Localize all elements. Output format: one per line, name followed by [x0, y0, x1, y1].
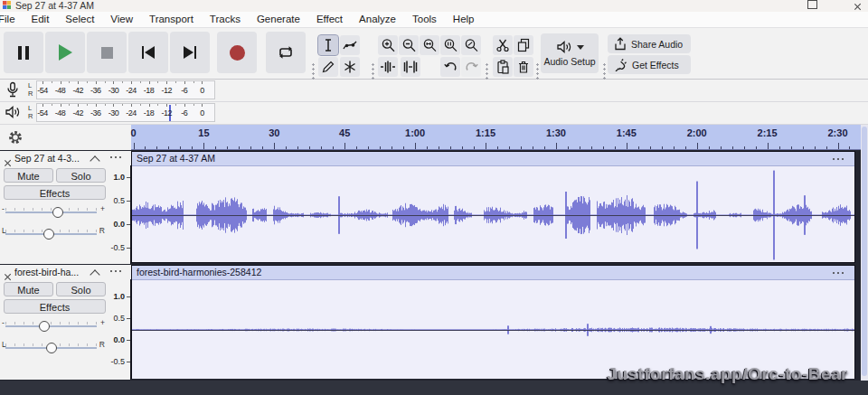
skip-to-start-button[interactable]	[128, 32, 168, 73]
get-effects-button[interactable]: Get Effects	[608, 55, 691, 74]
gain-slider[interactable]	[5, 325, 97, 327]
amplitude-label: 1.0	[113, 173, 125, 182]
playback-meter[interactable]: L R -54-48-42-36-30-24-18-12-60	[0, 102, 868, 125]
multi-tool-button[interactable]	[340, 57, 360, 77]
share-audio-label: Share Audio	[631, 39, 683, 50]
track-close-button[interactable]	[4, 155, 13, 164]
meter-minor-tick	[52, 81, 52, 83]
menu-item-file[interactable]: File	[0, 12, 24, 27]
record-button[interactable]	[217, 32, 257, 73]
close-icon	[854, 3, 862, 11]
timeline-ruler[interactable]: 01530451:001:151:301:452:002:152:30	[131, 125, 861, 150]
pan-slider-row: L R	[0, 225, 106, 241]
clip-menu-button[interactable]	[833, 271, 845, 275]
mute-button[interactable]: Mute	[4, 168, 53, 183]
play-button[interactable]	[45, 32, 85, 73]
meter-minor-tick	[175, 104, 176, 106]
pan-knob[interactable]	[43, 229, 54, 240]
menu-item-edit[interactable]: Edit	[24, 12, 58, 27]
timeline-minor-tick	[826, 146, 827, 149]
delete-button[interactable]	[514, 57, 533, 77]
amplitude-tick	[127, 318, 130, 319]
gain-knob[interactable]	[39, 321, 50, 332]
meter-tick	[131, 104, 132, 107]
track-name[interactable]: Sep 27 at 4-3...	[14, 153, 80, 164]
skip-to-end-button[interactable]	[170, 32, 210, 73]
pan-knob[interactable]	[46, 343, 57, 353]
timeline-minor-tick	[262, 146, 263, 149]
stop-button[interactable]	[87, 32, 127, 73]
recording-meter[interactable]: L R -54-48-42-36-30-24-18-12-60	[0, 80, 868, 102]
timeline-major-tick	[274, 143, 275, 149]
fit-project-button[interactable]	[440, 35, 460, 55]
zoom-selection-button[interactable]	[420, 35, 439, 55]
share-audio-button[interactable]: Share Audio	[608, 34, 691, 53]
menu-item-generate[interactable]: Generate	[249, 12, 308, 27]
gain-slider[interactable]	[5, 212, 97, 213]
timeline-minor-tick	[509, 146, 510, 149]
meter-tick	[184, 104, 185, 107]
pause-button[interactable]	[4, 32, 43, 73]
speaker-icon	[5, 104, 22, 120]
collapse-icon[interactable]	[90, 269, 99, 279]
paste-button[interactable]	[493, 57, 513, 77]
zoom-toggle-button[interactable]	[461, 35, 481, 55]
silence-audio-button[interactable]	[401, 57, 420, 77]
selection-tool-button[interactable]	[318, 35, 338, 55]
track-menu-button[interactable]	[110, 155, 123, 159]
meter-scale-number: -12	[161, 86, 172, 95]
clip-header[interactable]: forest-bird-harmonies-258412	[132, 266, 854, 280]
redo-icon	[464, 60, 479, 74]
zoom-in-button[interactable]	[378, 35, 398, 55]
vertical-scale-ruler[interactable]: 1.00.50.0-0.5-1.0	[106, 165, 131, 264]
maximize-button[interactable]	[807, 0, 817, 9]
record-meter-scale[interactable]: -54-48-42-36-30-24-18-12-60	[36, 80, 215, 99]
menu-item-tools[interactable]: Tools	[404, 12, 445, 27]
timeline-options-gear-icon[interactable]	[7, 129, 24, 146]
trim-audio-button[interactable]	[378, 57, 398, 77]
menu-item-effect[interactable]: Effect	[308, 12, 351, 27]
timeline-minor-tick	[744, 146, 745, 149]
zoom-out-button[interactable]	[399, 35, 419, 55]
effects-button[interactable]: Effects	[4, 299, 106, 314]
mute-button[interactable]: Mute	[4, 282, 53, 296]
timeline-minor-tick	[544, 146, 545, 149]
main-toolbar: Audio Setup Share Audio Get Effects	[0, 28, 868, 80]
amplitude-tick	[127, 296, 130, 297]
effects-button[interactable]: Effects	[4, 185, 106, 200]
track-close-button[interactable]	[4, 268, 13, 277]
watermark-text: Justforfans.app/Orc-to-Bear	[607, 364, 848, 384]
pan-slider[interactable]	[5, 347, 97, 349]
redo-button[interactable]	[461, 57, 481, 77]
gain-knob[interactable]	[52, 207, 63, 218]
envelope-tool-button[interactable]	[340, 35, 360, 55]
timeline-minor-tick	[356, 146, 357, 149]
audio-setup-button[interactable]: Audio Setup	[541, 33, 599, 73]
track-name[interactable]: forest-bird-ha...	[14, 267, 79, 277]
loop-button[interactable]	[266, 32, 306, 73]
track-menu-button[interactable]	[110, 269, 123, 273]
menu-item-tracks[interactable]: Tracks	[202, 12, 249, 27]
pan-slider[interactable]	[5, 233, 97, 235]
cut-button[interactable]	[493, 35, 513, 55]
scrollbar-thumb[interactable]	[862, 127, 867, 376]
draw-tool-button[interactable]	[318, 57, 338, 77]
menu-item-analyze[interactable]: Analyze	[351, 12, 404, 27]
menu-item-transport[interactable]: Transport	[141, 12, 202, 27]
collapse-icon[interactable]	[90, 155, 99, 165]
solo-button[interactable]: Solo	[56, 168, 106, 183]
vertical-scale-ruler[interactable]: 1.00.50.0-0.5-1.0	[106, 279, 131, 380]
menu-item-help[interactable]: Help	[445, 12, 483, 27]
menu-item-view[interactable]: View	[102, 12, 141, 27]
close-button[interactable]	[854, 0, 864, 9]
waveform-canvas[interactable]	[132, 166, 854, 262]
vertical-scrollbar[interactable]	[861, 125, 868, 381]
clip-menu-button[interactable]	[833, 157, 845, 161]
solo-button[interactable]: Solo	[56, 282, 106, 296]
playback-meter-scale[interactable]: -54-48-42-36-30-24-18-12-60	[36, 103, 215, 122]
undo-button[interactable]	[440, 57, 460, 77]
meter-tick	[202, 104, 203, 107]
clip-header[interactable]: Sep 27 at 4-37 AM	[132, 152, 854, 166]
copy-button[interactable]	[514, 35, 533, 55]
menu-item-select[interactable]: Select	[57, 12, 102, 27]
